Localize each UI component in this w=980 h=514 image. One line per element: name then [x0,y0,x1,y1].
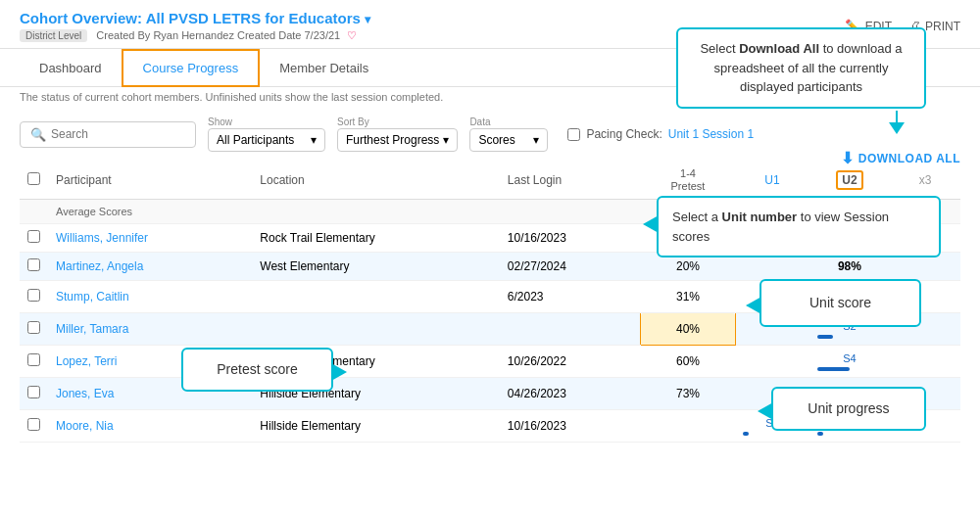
download-icon: ⬇ [841,149,855,167]
row-checkbox[interactable] [27,418,40,431]
show-filter: Show All Participants ▾ [208,117,325,152]
participant-link[interactable]: Lopez, Terri [56,354,117,368]
row-cb [20,346,48,378]
th-pretest: 1-4Pretest [641,162,735,200]
search-box[interactable]: 🔍 [20,121,196,148]
row-participant: Moore, Nia [48,410,252,443]
row-cb [20,253,48,281]
show-chevron: ▾ [311,133,317,147]
avg-empty-cb [20,200,48,224]
sort-chevron: ▾ [443,133,449,147]
callout-unit-number: Select a Unit number to view Session sco… [657,196,941,257]
row-u1 [735,346,809,378]
tab-member-details[interactable]: Member Details [260,51,388,85]
row-checkbox[interactable] [27,230,40,243]
row-cb [20,410,48,443]
row-login: 10/16/2023 [500,410,641,443]
show-value: All Participants [217,133,294,147]
sort-label: Sort By [337,117,458,127]
row-login: 10/16/2023 [500,224,641,253]
sort-value: Furthest Progress [346,133,439,147]
tab-dashboard[interactable]: Dashboard [20,51,122,85]
row-checkbox[interactable] [27,258,40,271]
callout-download-all: Select Download All to download a spread… [676,27,926,109]
th-u1[interactable]: U1 [735,162,809,200]
sort-select[interactable]: Furthest Progress ▾ [337,128,458,152]
row-cb [20,281,48,313]
search-icon: 🔍 [30,127,46,142]
th-checkbox [20,162,48,200]
row-cb [20,313,48,346]
callout-unit-progress: Unit progress [771,387,926,431]
row-login: 10/26/2022 [500,346,641,378]
row-u2: S4 [809,346,890,378]
pacing-row: Pacing Check: Unit 1 Session 1 [567,127,754,141]
pacing-link[interactable]: Unit 1 Session 1 [668,127,754,141]
avg-label: Average Scores [48,200,641,224]
callout-pretest-text: Pretest score [217,361,297,377]
row-participant: Williams, Jennifer [48,224,252,253]
participant-link[interactable]: Jones, Eva [56,387,114,400]
callout-download-text: Select Download All to download a spread… [700,41,902,94]
row-login: 02/27/2024 [500,253,641,281]
print-label: PRINT [925,20,960,33]
data-select[interactable]: Scores ▾ [469,128,548,152]
meta-row: District Level Created By Ryan Hernandez… [20,29,370,42]
row-pretest: 40% [641,313,735,346]
callout-unit-score: Unit score [760,279,921,327]
participant-link[interactable]: Martinez, Angela [56,259,143,273]
row-cb [20,224,48,253]
download-label: DOWNLOAD ALL [858,152,960,165]
title-dropdown-icon[interactable]: ▾ [365,13,370,26]
participant-link[interactable]: Moore, Nia [56,419,114,433]
row-location: West Elementary [252,253,500,281]
row-checkbox[interactable] [27,289,40,302]
row-cb [20,378,48,410]
table-row: Lopez, Terri Rock Trail Elementary 10/26… [20,346,960,378]
select-all-checkbox[interactable] [27,172,40,185]
row-pretest: 31% [641,281,735,313]
header-left: Cohort Overview: All PVSD LETRS for Educ… [20,10,370,42]
row-u3 [890,346,960,378]
tab-course-progress[interactable]: Course Progress [122,49,261,87]
sort-filter: Sort By Furthest Progress ▾ [337,117,458,152]
data-label: Data [469,117,548,127]
row-location [252,281,500,313]
th-location: Location [252,162,500,200]
show-label: Show [208,117,325,127]
row-login [500,313,641,346]
row-location [252,313,500,346]
participant-link[interactable]: Stump, Caitlin [56,290,129,304]
row-pretest [641,410,735,443]
row-checkbox[interactable] [27,386,40,398]
cohort-title: Cohort Overview: All PVSD LETRS for Educ… [20,10,370,26]
row-checkbox[interactable] [27,321,40,334]
show-select[interactable]: All Participants ▾ [208,128,325,152]
callout-pretest-score: Pretest score [181,348,333,392]
download-all-button[interactable]: ⬇ DOWNLOAD ALL [841,149,960,167]
table-header-row: Participant Location Last Login 1-4Prete… [20,162,960,200]
meta-created: Created By Ryan Hernandez Created Date 7… [96,29,340,41]
row-location: Rock Trail Elementary [252,224,500,253]
row-location: Hillside Elementary [252,410,500,443]
row-participant: Stump, Caitlin [48,281,252,313]
pacing-checkbox[interactable] [567,128,580,141]
page-wrapper: Cohort Overview: All PVSD LETRS for Educ… [0,0,980,514]
toolbar: 🔍 Show All Participants ▾ Sort By Furthe… [0,107,980,162]
row-login: 04/26/2023 [500,378,641,410]
participant-link[interactable]: Miller, Tamara [56,322,128,336]
row-participant: Miller, Tamara [48,313,252,346]
row-checkbox[interactable] [27,353,40,366]
th-last-login: Last Login [500,162,641,200]
row-login: 6/2023 [500,281,641,313]
callout-unit-progress-text: Unit progress [808,400,889,416]
heart-icon[interactable]: ♡ [347,29,357,41]
row-participant: Martinez, Angela [48,253,252,281]
u2-badge[interactable]: U2 [836,170,862,190]
row-pretest: 73% [641,378,735,410]
data-chevron: ▾ [533,133,539,147]
data-value: Scores [478,133,514,147]
search-input[interactable] [51,127,188,141]
participant-link[interactable]: Williams, Jennifer [56,231,148,245]
district-badge: District Level [20,29,87,42]
